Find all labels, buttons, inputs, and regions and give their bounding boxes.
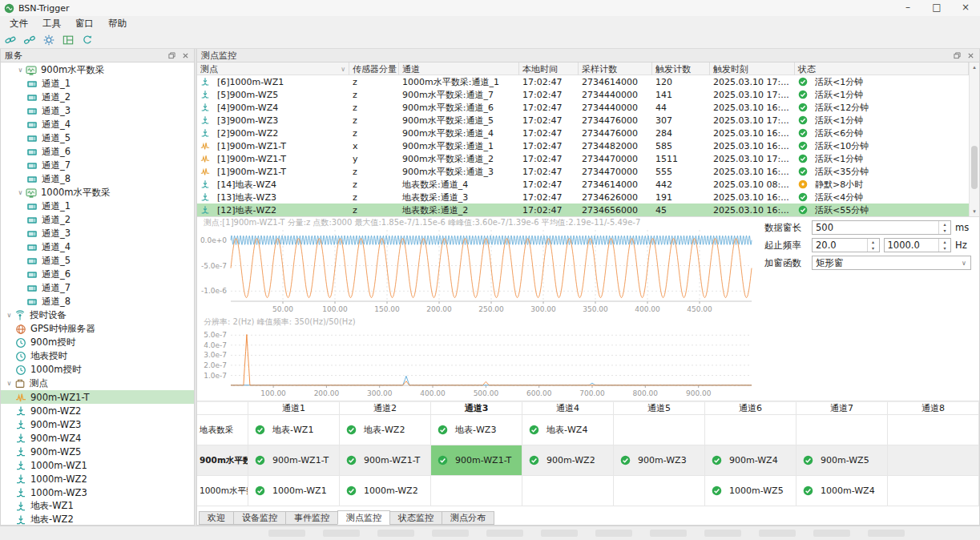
grid-cell[interactable]: 900m-WZ3	[614, 445, 705, 476]
settings-button[interactable]	[42, 32, 59, 47]
freq-end-value[interactable]: 1000.0	[885, 240, 939, 251]
spinner-buttons-icon[interactable]: ▴▾	[938, 221, 950, 234]
spectrum-chart[interactable]: 5.0e-74.0e-73.0e-72.0e-71.0e-7100.00200.…	[197, 327, 758, 398]
refresh-button[interactable]	[81, 32, 98, 47]
table-row[interactable]: [5]900m-WZ5z900m水平数采:通道_717:02:472734440…	[197, 88, 969, 101]
grid-cell[interactable]: 900m-WZ4	[705, 445, 797, 476]
grid-cell[interactable]: 1000m-WZ1	[248, 476, 340, 506]
tree-item[interactable]: 900m-WZ5	[1, 445, 194, 458]
tree-item[interactable]: 通道_7	[1, 281, 194, 295]
waveform-chart[interactable]: 0.0e+0-5.0e-7-1.0e-650.00100.00150.00200…	[197, 228, 758, 314]
grid-cell[interactable]: 地表-WZ4	[522, 415, 614, 445]
float-panel-icon[interactable]	[951, 50, 962, 61]
disconnect-button[interactable]	[23, 32, 40, 47]
grid-cell[interactable]: 地表-WZ3	[431, 415, 522, 445]
tab-4[interactable]: 测点监控	[337, 510, 390, 525]
scroll-down-icon[interactable]: ▾	[973, 207, 976, 216]
grid-cell[interactable]: 900m-WZ2	[522, 445, 614, 476]
table-row[interactable]: [13]地表-WZ3z地表数采:通道_317:02:47273462600019…	[197, 191, 969, 204]
connect-button[interactable]	[4, 32, 21, 47]
tree-item[interactable]: 900m-WZ1-T	[1, 390, 194, 404]
table-row[interactable]: [3]900m-WZ3z900m水平数采:通道_517:02:472734476…	[197, 114, 969, 127]
table-row[interactable]: [12]地表-WZ2z地表数采:通道_217:02:47273465600045…	[197, 204, 969, 216]
tree-item[interactable]: 通道_3	[1, 104, 194, 118]
grid-cell[interactable]: 900m-WZ1-T	[431, 445, 522, 476]
grid-cell[interactable]: 900m-WZ1-T	[340, 445, 431, 476]
tree-item[interactable]: 900m授时	[1, 336, 194, 349]
tab-1[interactable]: 欢迎	[199, 511, 234, 525]
tree-item[interactable]: 1000m-WZ1	[1, 458, 194, 472]
tree-item[interactable]: ∨1000m水平数采	[1, 186, 194, 199]
table-row[interactable]: [2]900m-WZ2z900m水平数采:通道_417:02:472734476…	[197, 127, 969, 139]
expander-icon[interactable]: ∨	[4, 312, 14, 319]
expander-icon[interactable]: ∨	[15, 189, 26, 196]
grid-cell[interactable]: 地表-WZ2	[340, 415, 431, 445]
tree-item[interactable]: ∨测点	[1, 377, 194, 390]
tree-item[interactable]: 通道_3	[1, 227, 194, 240]
minimize-button[interactable]: –	[893, 0, 922, 16]
spinner-buttons-icon[interactable]: ▴▾	[867, 239, 879, 252]
grid-cell[interactable]: 1000m-WZ4	[797, 476, 888, 506]
close-panel-icon[interactable]	[965, 50, 976, 61]
menu-item-3[interactable]: 窗口	[68, 17, 101, 30]
column-header-6[interactable]: 触发计数	[652, 62, 710, 75]
table-row[interactable]: [6]1000m-WZ1z1000m水平数采:通道_117:02:4727346…	[197, 75, 969, 88]
tree-item[interactable]: 地表-WZ2	[1, 513, 194, 525]
float-panel-icon[interactable]	[166, 50, 177, 61]
scroll-thumb[interactable]	[971, 146, 978, 189]
table-row[interactable]: [1]900m-WZ1-Tz900m水平数采:通道_317:02:4727344…	[197, 165, 969, 178]
scroll-track[interactable]	[970, 72, 979, 207]
tree-item[interactable]: 通道_6	[1, 268, 194, 281]
tab-2[interactable]: 设备监控	[233, 511, 286, 525]
tree-item[interactable]: 通道_8	[1, 172, 194, 186]
grid-cell[interactable]: 900m-WZ5	[797, 445, 888, 476]
tab-3[interactable]: 事件监控	[285, 511, 338, 525]
freq-end-spinbox[interactable]: 1000.0 ▴▾	[884, 238, 952, 252]
tree-item[interactable]: 通道_2	[1, 213, 194, 227]
column-header-5[interactable]: 采样计数	[579, 62, 652, 75]
grid-cell[interactable]: 1000m-WZ5	[705, 476, 797, 506]
freq-start-spinbox[interactable]: 20.0 ▴▾	[812, 238, 880, 252]
tree-item[interactable]: 1000m-WZ3	[1, 486, 194, 499]
freq-start-value[interactable]: 20.0	[813, 240, 867, 251]
tree-item[interactable]: 通道_4	[1, 118, 194, 131]
menu-item-4[interactable]: 帮助	[101, 17, 134, 30]
tree-item[interactable]: 地表授时	[1, 349, 194, 363]
tree-item[interactable]: GPS时钟服务器	[1, 322, 194, 336]
scroll-up-icon[interactable]: ▴	[973, 62, 976, 72]
table-row[interactable]: [4]900m-WZ4z900m水平数采:通道_617:02:472734440…	[197, 101, 969, 114]
tree-item[interactable]: 通道_2	[1, 91, 194, 104]
grid-cell[interactable]: 地表-WZ1	[248, 415, 340, 445]
tree-item[interactable]: 通道_1	[1, 77, 194, 91]
tree-item[interactable]: 900m-WZ2	[1, 404, 194, 417]
column-header-4[interactable]: 本地时间	[519, 62, 579, 75]
column-header-1[interactable]: 测点∨	[197, 62, 349, 75]
table-scrollbar[interactable]: ▴ ▾	[969, 62, 979, 216]
column-header-3[interactable]: 通道	[399, 62, 519, 75]
tab-5[interactable]: 状态监控	[389, 511, 442, 525]
table-row[interactable]: [14]地表-WZ4z地表数采:通道_417:02:47273461400044…	[197, 178, 969, 191]
table-row[interactable]: [1]900m-WZ1-Tx900m水平数采:通道_117:02:4727344…	[197, 139, 969, 152]
tab-6[interactable]: 测点分布	[442, 511, 494, 525]
tree-item[interactable]: 通道_7	[1, 159, 194, 172]
table-row[interactable]: [1]900m-WZ1-Ty900m水平数采:通道_217:02:4727344…	[197, 152, 969, 165]
column-header-2[interactable]: 传感器分量	[349, 62, 399, 75]
column-header-7[interactable]: 触发时刻	[710, 62, 795, 75]
panels-button[interactable]	[62, 32, 79, 47]
expander-icon[interactable]: ∨	[4, 380, 14, 387]
tree-item[interactable]: 通道_4	[1, 240, 194, 254]
window-length-value[interactable]: 500	[813, 222, 938, 233]
menu-item-1[interactable]: 文件	[2, 17, 35, 30]
tree-item[interactable]: ∨授时设备	[1, 308, 194, 322]
tree-item[interactable]: 1000m授时	[1, 363, 194, 377]
window-function-select[interactable]: 矩形窗 ∨	[812, 256, 971, 270]
tree-item[interactable]: 1000m-WZ2	[1, 472, 194, 486]
grid-cell[interactable]: 1000m-WZ2	[340, 476, 431, 506]
expander-icon[interactable]: ∨	[15, 66, 26, 74]
sort-indicator-icon[interactable]: ∨	[341, 66, 345, 73]
tree-item[interactable]: 通道_6	[1, 145, 194, 159]
tree-item[interactable]: 地表-WZ1	[1, 499, 194, 513]
tree-item[interactable]: 900m-WZ4	[1, 431, 194, 445]
tree-item[interactable]: 通道_8	[1, 295, 194, 308]
tree-item[interactable]: 通道_5	[1, 254, 194, 268]
